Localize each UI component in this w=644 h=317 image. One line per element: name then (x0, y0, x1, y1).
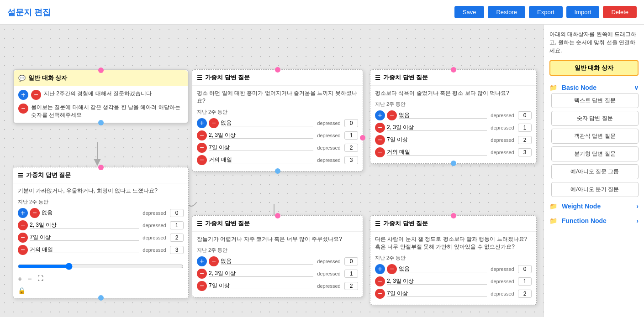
n5-remove-2[interactable]: − (375, 135, 385, 145)
n5-val-1[interactable] (518, 124, 532, 132)
n6-add-btn[interactable]: + (375, 264, 385, 274)
export-button[interactable]: Export (529, 6, 563, 18)
n3-text-3[interactable] (209, 156, 313, 163)
n3-remove-2[interactable]: − (197, 143, 207, 153)
canvas-area[interactable]: 💬 일반 대화 상자 + − 지난 2주간의 경험에 대해서 질문하겠습니다 −… (0, 25, 544, 317)
weight-node-header[interactable]: 📁 Weight Node › (549, 201, 639, 212)
n4-remove-0[interactable]: − (209, 256, 219, 266)
answer-text-0[interactable] (42, 209, 139, 216)
n5-val-2[interactable] (518, 136, 532, 144)
node2-slider[interactable] (18, 263, 184, 270)
n5-remove-3[interactable]: − (375, 147, 385, 157)
node-weighted-q1[interactable]: ☰ 가중치 답변 질문 기분이 가라앉거나, 우울하거나, 희망이 없다고 느꼈… (13, 167, 189, 298)
node6-label: 지난 2주 동안 (375, 255, 532, 261)
n5-add-btn[interactable]: + (375, 110, 385, 120)
n6-val-0[interactable] (518, 265, 532, 273)
minus-icon[interactable]: − (27, 275, 32, 283)
node-weighted-q3[interactable]: ☰ 가중치 답변 질문 잠들기가 어렵거나 자주 깼거나 혹은 너무 많이 주무… (192, 215, 363, 297)
node1-remove-btn2[interactable]: − (18, 104, 28, 114)
n3-add-btn[interactable]: + (197, 118, 207, 128)
sidebar-number-answer[interactable]: 숫자 답변 질문 (551, 111, 639, 126)
remove-answer-btn-3[interactable]: − (18, 245, 28, 255)
n6-text-1[interactable] (387, 278, 487, 285)
chevron-down-icon: ∨ (634, 84, 639, 91)
import-button[interactable]: Import (566, 6, 600, 18)
basic-node-header[interactable]: 📁 Basic Node ∨ (549, 82, 639, 93)
n3-text-1[interactable] (209, 132, 313, 139)
n4-text-2[interactable] (209, 282, 313, 289)
n5-text-1[interactable] (387, 124, 487, 131)
delete-button[interactable]: Delete (603, 6, 637, 18)
remove-answer-btn-0[interactable]: − (30, 208, 40, 218)
node5-label: 지난 2주 동안 (375, 101, 532, 108)
n3-val-1[interactable] (344, 131, 358, 140)
n3-remove-0[interactable]: − (209, 118, 219, 128)
n5-answer-row-2: − depressed (375, 135, 532, 145)
node-general-chat[interactable]: 💬 일반 대화 상자 + − 지난 2주간의 경험에 대해서 질문하겠습니다 −… (13, 69, 189, 124)
n3-remove-1[interactable]: − (197, 130, 207, 140)
n5-remove-1[interactable]: − (375, 123, 385, 133)
n4-remove-2[interactable]: − (197, 281, 207, 291)
n5-val-3[interactable] (518, 148, 532, 156)
n4-val-2[interactable] (344, 282, 358, 290)
n6-text-2[interactable] (387, 290, 487, 297)
n5-val-0[interactable] (518, 111, 532, 120)
sidebar-yesno-group[interactable]: 예/아니오 질문 그룹 (551, 164, 639, 179)
answer-val-3[interactable] (170, 246, 184, 254)
answer-text-1[interactable] (30, 222, 139, 229)
n4-add-btn[interactable]: + (197, 256, 207, 266)
answer-text-2[interactable] (30, 234, 139, 241)
sidebar-intro: 아래의 대화상자를 왼쪽에 드래그하고, 원하는 순서에 맞춰 선을 연결하세요… (549, 30, 639, 55)
n5-text-2[interactable] (387, 136, 487, 143)
node1-add-btn[interactable]: + (18, 90, 28, 100)
add-answer-btn[interactable]: + (18, 208, 28, 218)
n4-text-0[interactable] (221, 258, 313, 265)
answer-text-3[interactable] (30, 246, 139, 253)
n6-remove-2[interactable]: − (375, 289, 385, 299)
n3-text-0[interactable] (221, 120, 313, 126)
node-weighted-q4[interactable]: ☰ 가중치 답변 질문 평소보다 식욕이 줄었거나 혹은 평소 보다 많이 먹나… (370, 69, 537, 164)
remove-answer-btn-1[interactable]: − (18, 220, 28, 230)
answer-val-2[interactable] (170, 234, 184, 242)
node-weighted-q2[interactable]: ☰ 가중치 답변 질문 평소 하던 일에 대한 흥미가 없어지거나 즐거움을 느… (192, 69, 363, 171)
node1-body: + − 지난 2주간의 경험에 대해서 질문하겠습니다 − 물어보는 질문에 대… (14, 86, 188, 123)
sidebar-yesno-branch[interactable]: 예/아니오 분기 질문 (551, 182, 639, 197)
n6-remove-0[interactable]: − (387, 264, 397, 274)
function-node-header[interactable]: 📁 Function Node › (549, 215, 639, 226)
n6-val-2[interactable] (518, 290, 532, 298)
n6-remove-1[interactable]: − (375, 276, 385, 286)
remove-answer-btn-2[interactable]: − (18, 233, 28, 243)
sidebar-branch-answer[interactable]: 분기형 답변 질문 (551, 146, 639, 161)
add-icon[interactable]: + (18, 275, 22, 283)
n3-val-0[interactable] (344, 119, 358, 127)
chevron-right-icon-function: › (636, 217, 639, 224)
n3-text-2[interactable] (209, 144, 313, 151)
n4-text-1[interactable] (209, 270, 313, 277)
fullscreen-icon[interactable]: ⛶ (37, 275, 43, 283)
node5-title: 가중치 답변 질문 (383, 73, 428, 82)
n6-val-1[interactable] (518, 277, 532, 286)
sidebar-highlight-btn[interactable]: 일반 대화 상자 (549, 60, 639, 76)
sidebar-text-answer[interactable]: 텍스트 답변 질문 (551, 93, 639, 108)
n3-remove-3[interactable]: − (197, 155, 207, 165)
n4-remove-1[interactable]: − (197, 269, 207, 279)
n5-text-0[interactable] (399, 112, 487, 119)
sidebar: 아래의 대화상자를 왼쪽에 드래그하고, 원하는 순서에 맞춰 선을 연결하세요… (544, 25, 644, 317)
answer-val-1[interactable] (170, 221, 184, 229)
sidebar-objective-answer[interactable]: 객관식 답변 질문 (551, 129, 639, 144)
n4-val-1[interactable] (344, 270, 358, 278)
node3-bottom-connector (275, 168, 280, 174)
n5-remove-0[interactable]: − (387, 110, 397, 120)
n5-text-3[interactable] (387, 149, 487, 156)
answer-val-0[interactable] (170, 209, 184, 217)
n6-text-0[interactable] (399, 265, 487, 272)
restore-button[interactable]: Restore (488, 6, 525, 18)
n4-val-0[interactable] (344, 257, 358, 265)
save-button[interactable]: Save (454, 6, 485, 18)
node1-remove-btn1[interactable]: − (31, 90, 41, 100)
top-connector (98, 68, 104, 73)
n3-val-3[interactable] (344, 156, 358, 164)
n3-val-2[interactable] (344, 144, 358, 152)
function-node-label: Function Node (562, 217, 607, 224)
node-weighted-q5[interactable]: ☰ 가중치 답변 질문 다른 사람이 눈치 챌 정도로 평소보다 말과 행동이 … (370, 215, 537, 305)
